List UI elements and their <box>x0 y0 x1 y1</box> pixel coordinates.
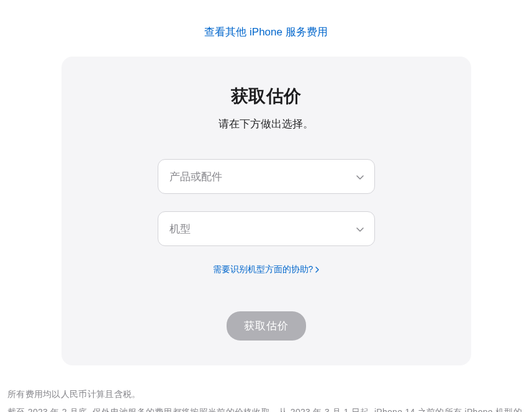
other-service-fees-link[interactable]: 查看其他 iPhone 服务费用 <box>204 26 327 38</box>
model-select[interactable]: 机型 <box>158 211 375 246</box>
model-select-wrapper: 机型 <box>158 211 375 246</box>
footer-notes: 所有费用均以人民币计算且含税。 截至 2023 年 2 月底, 保外电池服务的费… <box>6 380 526 412</box>
card-title: 获取估价 <box>86 85 446 108</box>
footer-note-2: 截至 2023 年 2 月底, 保外电池服务的费用都将按照当前的价格收取。从 2… <box>7 403 525 412</box>
help-identify-link[interactable]: 需要识别机型方面的协助? <box>213 264 320 275</box>
top-link-wrapper: 查看其他 iPhone 服务费用 <box>6 0 526 57</box>
help-link-text: 需要识别机型方面的协助? <box>213 264 313 275</box>
footer-note-1: 所有费用均以人民币计算且含税。 <box>7 385 525 403</box>
product-select-wrapper: 产品或配件 <box>158 159 375 194</box>
product-select[interactable]: 产品或配件 <box>158 159 375 194</box>
product-select-placeholder: 产品或配件 <box>169 170 222 184</box>
card-subtitle: 请在下方做出选择。 <box>86 117 446 131</box>
model-select-placeholder: 机型 <box>169 222 191 236</box>
get-estimate-button[interactable]: 获取估价 <box>227 311 306 341</box>
footer-note-2-part1: 截至 2023 年 2 月底, 保外电池服务的费用都将按照当前的价格收取。从 2… <box>7 407 522 412</box>
chevron-right-icon <box>315 267 319 273</box>
estimate-card: 获取估价 请在下方做出选择。 产品或配件 机型 需要识别机型方面 <box>61 57 471 365</box>
